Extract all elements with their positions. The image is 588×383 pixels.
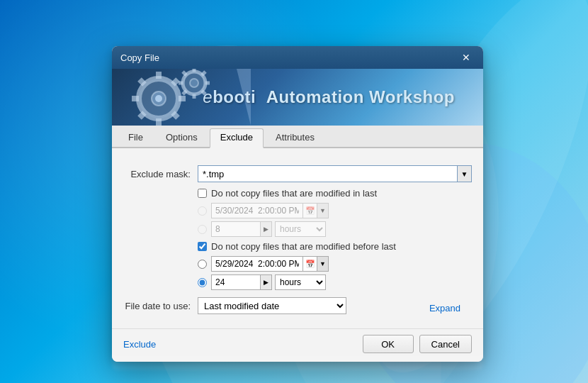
dialog-title: Copy File <box>120 52 458 63</box>
number-input-wrap-1: ▶ <box>211 221 272 237</box>
not-modified-in-last-label: Do not copy files that are modified in l… <box>211 188 377 199</box>
svg-point-14 <box>190 79 198 87</box>
cancel-button[interactable]: Cancel <box>419 335 472 353</box>
not-modified-before-last-row: Do not copy files that are modified befo… <box>198 241 472 252</box>
svg-line-6 <box>140 79 145 84</box>
tab-options[interactable]: Options <box>155 128 208 147</box>
modified-before-last-hours-row: ▶ hours <box>198 274 472 290</box>
exclude-mask-input-wrap: ▼ <box>198 165 472 182</box>
exclude-mask-label: Exclude mask: <box>123 169 198 179</box>
tab-content: Exclude mask: ▼ Do not copy files that a… <box>112 148 483 328</box>
modified-in-last-hours-select[interactable]: hours <box>275 221 326 237</box>
dialog-reflection <box>112 355 483 370</box>
svg-line-19 <box>183 72 186 75</box>
tab-exclude[interactable]: Exclude <box>210 128 264 148</box>
svg-line-8 <box>140 113 145 118</box>
calendar-dropdown-1[interactable]: ▼ <box>317 203 329 218</box>
exclude-mask-input[interactable] <box>198 165 458 182</box>
modified-before-last-number-input[interactable] <box>211 274 261 290</box>
footer-buttons: OK Cancel <box>363 335 472 353</box>
banner-brand: ebooti Automation Workshop <box>203 87 455 107</box>
modified-in-last-hours-row: ▶ hours <box>198 221 472 237</box>
number-arrow-1[interactable]: ▶ <box>261 221 272 237</box>
not-modified-in-last-row: Do not copy files that are modified in l… <box>198 188 472 199</box>
modified-in-last-date-input[interactable] <box>211 203 303 218</box>
mask-dropdown-arrow[interactable]: ▼ <box>458 165 472 182</box>
tab-file[interactable]: File <box>118 128 154 147</box>
modified-before-last-date-row: 📅 ▼ <box>198 256 472 272</box>
file-date-select[interactable]: Last modified date Created date Last acc… <box>198 297 346 314</box>
titlebar: Copy File ✕ <box>112 46 483 69</box>
modified-in-last-date-radio[interactable] <box>198 206 207 216</box>
expand-link[interactable]: Expand <box>429 303 460 313</box>
modified-in-last-hours-radio[interactable] <box>198 225 207 234</box>
tab-bar: File Options Exclude Attributes <box>112 126 483 148</box>
modified-before-last-date-input[interactable] <box>211 256 303 272</box>
svg-line-9 <box>173 113 178 118</box>
banner: ebooti Automation Workshop <box>112 69 483 126</box>
calendar-icon-1[interactable]: 📅 <box>303 203 317 218</box>
modified-in-last-date-row: 📅 ▼ <box>198 203 472 218</box>
modified-before-last-options: 📅 ▼ ▶ hours <box>198 256 472 290</box>
file-date-label: File date to use: <box>123 301 198 311</box>
svg-line-21 <box>183 91 186 94</box>
svg-point-12 <box>155 95 162 102</box>
not-modified-before-last-label: Do not copy files that are modified befo… <box>211 241 396 252</box>
close-button[interactable]: ✕ <box>458 49 475 66</box>
calendar-icon-2[interactable]: 📅 <box>303 256 317 272</box>
exclude-link[interactable]: Exclude <box>123 339 156 350</box>
ok-button[interactable]: OK <box>363 335 414 353</box>
tab-attributes[interactable]: Attributes <box>265 128 325 147</box>
modified-in-last-number-input[interactable] <box>211 221 261 237</box>
svg-line-20 <box>202 72 205 75</box>
modified-in-last-options: 📅 ▼ ▶ hours <box>198 203 472 237</box>
dialog-copy-file: Copy File ✕ <box>112 46 483 362</box>
modified-before-last-date-radio[interactable] <box>198 260 207 269</box>
calendar-dropdown-2[interactable]: ▼ <box>317 256 329 272</box>
modified-before-last-hours-select[interactable]: hours <box>275 274 326 290</box>
exclude-mask-row: Exclude mask: ▼ <box>123 165 472 182</box>
number-input-wrap-2: ▶ <box>211 274 272 290</box>
not-modified-in-last-checkbox[interactable] <box>198 189 207 198</box>
number-arrow-2[interactable]: ▶ <box>261 274 272 290</box>
not-modified-before-last-checkbox[interactable] <box>198 242 207 251</box>
file-date-row: File date to use: Last modified date Cre… <box>123 297 472 314</box>
svg-line-7 <box>173 79 178 84</box>
modified-before-last-hours-radio[interactable] <box>198 278 207 287</box>
